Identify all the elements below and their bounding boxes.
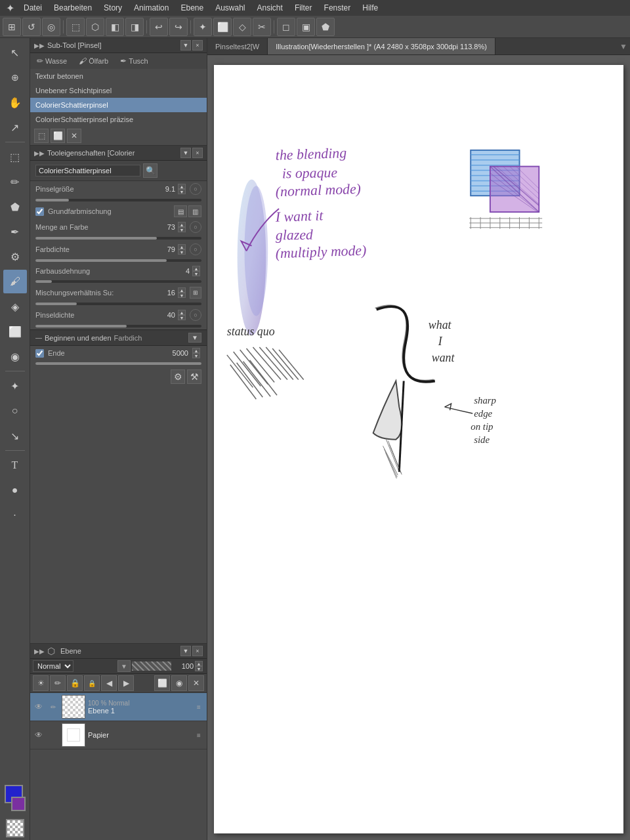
colordense-down[interactable]: ▼ — [178, 249, 186, 255]
toolprop-menu-btn[interactable]: ▼ — [180, 148, 191, 158]
opacity-up[interactable]: ▲ — [195, 661, 203, 666]
tool-ink[interactable]: ✒ — [3, 220, 27, 243]
prop-wrench-icon[interactable]: ⚒ — [187, 369, 201, 384]
brushsize-spinner[interactable]: ▲ ▼ — [178, 184, 187, 194]
tool-star[interactable]: ✦ — [3, 374, 27, 398]
brushsize-down[interactable]: ▼ — [178, 189, 186, 194]
brush-name-input[interactable] — [35, 165, 140, 177]
tool-smudge[interactable]: ◉ — [3, 345, 27, 368]
layer-eye-1[interactable]: 👁 — [33, 701, 45, 713]
brush-tab-wasser[interactable]: ✏ Wasse — [32, 54, 72, 68]
brushsize-slider[interactable] — [35, 199, 201, 201]
colordense-spinner[interactable]: ▲ ▼ — [178, 244, 187, 255]
cut-btn[interactable]: ✂ — [253, 18, 271, 36]
beginend-dropdown[interactable]: ▼ — [188, 333, 201, 343]
tab-pinseltest[interactable]: Pinseltest2[W — [207, 38, 268, 54]
menu-hilfe[interactable]: Hilfe — [357, 2, 383, 14]
eraser-btn[interactable]: ◇ — [233, 18, 251, 36]
tool-hand[interactable]: ✋ — [3, 91, 27, 114]
subtool-delete-btn[interactable]: ✕ — [67, 129, 81, 143]
tool-text[interactable]: T — [3, 453, 27, 477]
brushdense-spinner[interactable]: ▲ ▼ — [178, 310, 187, 320]
mixratio-spinner[interactable]: ▲ ▼ — [178, 287, 187, 298]
tool-select[interactable]: ↖ — [3, 41, 27, 64]
undo-btn[interactable]: ↩ — [150, 18, 168, 36]
colorspread-spinner[interactable]: ▲ ▼ — [192, 266, 201, 276]
colormix-btn2[interactable]: ▥ — [188, 205, 201, 217]
end-down[interactable]: ▼ — [192, 353, 200, 358]
brush-tab-olfarb[interactable]: 🖌 Ölfarb — [74, 54, 114, 68]
gradient-btn[interactable]: ◨ — [125, 18, 144, 36]
copy-btn[interactable]: ⬚ — [66, 18, 85, 36]
colordense-circle[interactable]: ○ — [190, 243, 201, 255]
ruler-btn[interactable]: ▣ — [297, 18, 315, 36]
menu-animation[interactable]: Animation — [129, 2, 174, 14]
brushsize-circle-btn[interactable]: ○ — [190, 183, 201, 195]
tool-brush[interactable]: 🖌 — [3, 270, 27, 293]
layer-delete-btn[interactable]: ✕ — [188, 675, 204, 691]
menu-ebene[interactable]: Ebene — [175, 2, 209, 14]
menu-ansicht[interactable]: Ansicht — [252, 2, 288, 14]
layer-menu-1[interactable]: ≡ — [194, 702, 204, 712]
brush-textur[interactable]: Textur betonen — [30, 69, 207, 83]
brushdense-slider[interactable] — [35, 325, 201, 327]
layer-menu-paper[interactable]: ≡ — [194, 730, 204, 740]
prop-gear-icon[interactable]: ⚙ — [171, 369, 185, 384]
tool-arrow[interactable]: ↘ — [3, 424, 27, 448]
tool-dot[interactable]: ● — [3, 478, 27, 502]
rotate-btn[interactable]: ↺ — [22, 18, 41, 36]
tool-zoom[interactable]: ⊕ — [3, 66, 27, 89]
layer-lock-1[interactable]: ✏ — [47, 701, 59, 713]
brushsize-up[interactable]: ▲ — [178, 184, 186, 189]
coloramt-down[interactable]: ▼ — [178, 227, 186, 232]
subtool-add-btn[interactable]: ⬚ — [34, 129, 49, 143]
tab-arrow[interactable]: ▼ — [617, 39, 630, 54]
mixratio-down[interactable]: ▼ — [178, 293, 186, 298]
fill-btn[interactable]: ◧ — [106, 18, 124, 36]
colorspread-down[interactable]: ▼ — [192, 271, 200, 276]
tab-illustration[interactable]: Illustration[Wiederherstellen ]* (A4 248… — [268, 38, 495, 54]
colordense-up[interactable]: ▲ — [178, 244, 186, 249]
layer-menu-btn[interactable]: ▼ — [180, 646, 191, 656]
opacity-spinner[interactable]: ▲ ▼ — [195, 661, 204, 671]
tool-fill[interactable]: ◈ — [3, 295, 27, 318]
end-slider[interactable] — [35, 362, 201, 365]
brushdense-down[interactable]: ▼ — [178, 315, 186, 320]
menu-fenster[interactable]: Fenster — [319, 2, 356, 14]
transform-btn[interactable]: ✦ — [194, 18, 212, 36]
end-spinner[interactable]: ▲ ▼ — [192, 348, 201, 358]
layer-icon-pencil[interactable]: ✏ — [50, 675, 66, 691]
color-sub[interactable] — [11, 797, 26, 811]
coloramt-circle[interactable]: ○ — [190, 221, 201, 233]
layer-icon-lock2[interactable]: 🔒 — [84, 675, 100, 691]
tool-settings[interactable]: ⚙ — [3, 245, 27, 268]
layer-add-btn[interactable]: ⬜ — [154, 675, 170, 691]
end-check[interactable] — [35, 349, 44, 358]
mixratio-slider[interactable] — [35, 303, 201, 305]
tool-point[interactable]: ∙ — [3, 503, 27, 527]
menu-bearbeiten[interactable]: Bearbeiten — [49, 2, 97, 14]
brush-btn[interactable]: ◎ — [42, 18, 60, 36]
pen-btn[interactable]: ◻ — [277, 18, 295, 36]
select-btn[interactable]: ⬜ — [213, 18, 232, 36]
tool-pen[interactable]: ✏ — [3, 170, 27, 194]
tool-layer[interactable]: ⬚ — [3, 145, 27, 169]
blend-arrow-btn[interactable]: ▼ — [117, 660, 131, 672]
menu-auswahl[interactable]: Auswahl — [210, 2, 250, 14]
layer-lock-paper[interactable] — [47, 729, 59, 741]
layer-folder-btn[interactable]: ◉ — [171, 675, 187, 691]
coloramt-slider[interactable] — [35, 237, 201, 240]
layer-icon-lock1[interactable]: 🔒 — [67, 675, 83, 691]
colorspread-up[interactable]: ▲ — [192, 266, 200, 271]
coloramt-spinner[interactable]: ▲ ▼ — [178, 222, 187, 232]
paste-btn[interactable]: ⬡ — [86, 18, 104, 36]
colormix-check[interactable] — [35, 207, 44, 216]
layer-icon-sun[interactable]: ☀ — [33, 675, 49, 691]
grid-btn[interactable]: ⊞ — [3, 18, 21, 36]
end-up[interactable]: ▲ — [192, 348, 200, 353]
menu-datei[interactable]: Datei — [18, 2, 47, 14]
tool-erase[interactable]: ⬜ — [3, 320, 27, 343]
layer-eye-paper[interactable]: 👁 — [33, 729, 45, 741]
sym-btn[interactable]: ⬟ — [316, 18, 335, 36]
canvas-area[interactable]: the blending is opaque (normal mode) I w… — [207, 55, 630, 840]
